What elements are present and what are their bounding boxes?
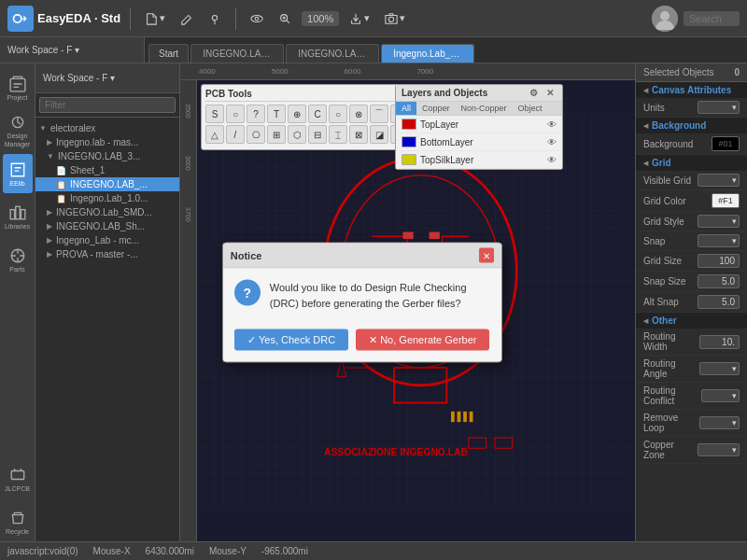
- user-avatar[interactable]: [652, 6, 678, 32]
- svg-rect-20: [402, 232, 413, 240]
- sidebar-item-parts[interactable]: Parts: [3, 240, 33, 279]
- routing-conflict-dropdown[interactable]: ▾: [701, 389, 740, 402]
- copper-zone-dropdown[interactable]: ▾: [698, 443, 740, 456]
- tab-start[interactable]: Start: [148, 44, 189, 63]
- snap-size-value[interactable]: 5.0: [698, 274, 740, 288]
- layer-tab-noncopper[interactable]: Non-Copper: [456, 102, 513, 115]
- routing-conflict-arrow: ▾: [732, 391, 737, 400]
- remove-loop-dropdown[interactable]: ▾: [699, 416, 740, 429]
- project-tree: ▼ electoralex ▶ Ingegno.lab - mas... ▼ I…: [35, 118, 179, 541]
- top-toolbar: EasyEDA · Std ▾ 100% ▾ ▾: [0, 0, 747, 37]
- sidebar-item-design[interactable]: Design Manager: [3, 111, 33, 150]
- tree-item-ingegno-sh[interactable]: ▶ INGEGNO.LAB_Sh...: [35, 219, 179, 233]
- pcb-tool-circle[interactable]: ○: [226, 105, 245, 123]
- layer-tab-copper[interactable]: Copper: [416, 102, 456, 115]
- layer-item-topsilk[interactable]: TopSilkLayer 👁: [396, 151, 562, 169]
- layer-eye-bottomlayer[interactable]: 👁: [547, 137, 557, 147]
- canvas-area[interactable]: 4000 5000 6000 7000 3500 3600 3700: [180, 63, 635, 541]
- layer-tab-object[interactable]: Object: [513, 102, 548, 115]
- routing-angle-dropdown[interactable]: ▾: [699, 362, 740, 375]
- notice-close-button[interactable]: ✕: [479, 248, 494, 263]
- canvas-attributes-title: Canvas Attributes: [652, 85, 731, 95]
- visible-grid-label: Visible Grid: [643, 175, 691, 186]
- selected-objects-header: Selected Objects 0: [636, 63, 747, 82]
- svg-point-1: [212, 15, 217, 20]
- pcb-tool-17[interactable]: ⊟: [308, 125, 327, 144]
- tree-item-electoralex[interactable]: ▼ electoralex: [35, 121, 179, 135]
- sidebar-label-recycle: Recycle: [6, 528, 29, 535]
- layer-eye-toplayer[interactable]: 👁: [547, 119, 557, 130]
- layers-panel-header: Layers and Objects ⚙ ✕: [396, 85, 562, 102]
- sidebar-item-libraries[interactable]: Libraries: [3, 197, 33, 236]
- tree-item-ingegno-smd[interactable]: ▶ INGEGNO.Lab_SMD...: [35, 205, 179, 219]
- svg-rect-12: [21, 209, 25, 218]
- pcb-tool-select[interactable]: S: [205, 105, 224, 123]
- camera-button[interactable]: ▾: [380, 9, 410, 28]
- pcb-tool-arc[interactable]: C: [308, 105, 327, 123]
- grid-arrow: ◂: [643, 158, 648, 168]
- search-input[interactable]: [684, 11, 740, 26]
- sidebar-item-eelib[interactable]: EElib: [3, 154, 33, 193]
- pcb-tool-18[interactable]: ⌶: [329, 125, 347, 144]
- file-button[interactable]: ▾: [140, 9, 170, 28]
- pcb-tool-15[interactable]: ⊞: [267, 125, 286, 144]
- view-button[interactable]: [246, 9, 268, 28]
- layers-close-btn[interactable]: ✕: [543, 88, 557, 98]
- ruler-v-mark-2: 3600: [185, 156, 191, 171]
- tree-item-ingegno-mc[interactable]: ▶ Ingegno_Lab - mc...: [35, 233, 179, 247]
- no-generate-gerber-button[interactable]: ✕ No, Generate Gerber: [356, 329, 489, 351]
- routing-angle-row: Routing Angle ▾: [636, 356, 747, 383]
- tree-item-ingegno-lab-10[interactable]: 📋 Ingegno.Lab_1.0...: [35, 191, 179, 205]
- place-button[interactable]: [204, 9, 226, 28]
- tree-item-ingegno-lab-3[interactable]: ▼ INGEGNO.LAB_3...: [35, 149, 179, 163]
- tab-1[interactable]: INGEGNO.LAB_3...: [190, 44, 284, 63]
- filter-input[interactable]: [39, 97, 176, 113]
- tab-2[interactable]: INGEGNO.LAB_3...: [286, 44, 379, 63]
- pcb-tool-8[interactable]: ⊗: [349, 105, 368, 123]
- yes-check-drc-button[interactable]: ✓ Yes, Check DRC: [234, 329, 348, 351]
- remove-loop-arrow: ▾: [732, 418, 737, 427]
- tree-item-ingegno-mas[interactable]: ▶ Ingegno.lab - mas...: [35, 135, 179, 149]
- pcb-tool-line[interactable]: /: [226, 125, 245, 144]
- tree-item-ingegno-lab-sel[interactable]: 📋 INGEGNO.LAB_...: [35, 177, 179, 191]
- routing-width-value[interactable]: 10.: [699, 335, 740, 349]
- pcb-tool-text[interactable]: T: [267, 105, 286, 123]
- pcb-tool-16[interactable]: ⬡: [288, 125, 306, 144]
- snap-dropdown[interactable]: ▾: [698, 234, 740, 247]
- background-section: ◂ Background: [636, 118, 747, 133]
- workspace-selector[interactable]: Work Space - F ▾: [0, 37, 145, 63]
- pcb-tool-3[interactable]: ?: [247, 105, 265, 123]
- layer-item-bottomlayer[interactable]: BottomLayer 👁: [396, 133, 562, 151]
- pcb-tool-14[interactable]: ⎔: [247, 125, 265, 144]
- visible-grid-dropdown[interactable]: ▾: [698, 174, 740, 187]
- pcb-tool-7[interactable]: ○: [329, 105, 347, 123]
- sidebar-item-recycle[interactable]: Recycle: [3, 502, 33, 541]
- layer-item-toplayer[interactable]: TopLayer 👁: [396, 116, 562, 133]
- grid-style-dropdown[interactable]: ▾: [698, 215, 740, 228]
- units-dropdown[interactable]: ▾: [698, 101, 740, 114]
- pcb-tool-19[interactable]: ⊠: [349, 125, 368, 144]
- tree-item-prova-master[interactable]: ▶ PROVA - master -...: [35, 247, 179, 261]
- grid-color-swatch[interactable]: #F1: [712, 193, 740, 208]
- tree-item-sheet1[interactable]: 📄 Sheet_1: [35, 163, 179, 177]
- tree-expand-ingegno-smd: ▶: [47, 208, 52, 217]
- layer-eye-topsilk[interactable]: 👁: [547, 155, 557, 165]
- grid-size-value[interactable]: 100: [698, 254, 740, 268]
- background-color-swatch[interactable]: #01: [712, 136, 740, 151]
- alt-snap-value[interactable]: 5.0: [698, 295, 740, 309]
- zoom-level[interactable]: 100%: [302, 11, 339, 26]
- tab-3[interactable]: Ingegno.Lab_1.0: [381, 44, 474, 63]
- sidebar-item-jlcpcb[interactable]: JLCPCB: [3, 459, 33, 498]
- project-header[interactable]: Work Space - F ▾: [35, 63, 179, 93]
- pcb-tool-20[interactable]: ◪: [370, 125, 388, 144]
- grid-color-label: Grid Color: [643, 196, 686, 206]
- pcb-tool-5[interactable]: ⊕: [288, 105, 306, 123]
- layers-settings-btn[interactable]: ⚙: [527, 88, 541, 98]
- export-button[interactable]: ▾: [345, 9, 374, 28]
- pcb-tool-9[interactable]: ⌒: [370, 105, 388, 123]
- sidebar-item-project[interactable]: Project: [3, 68, 33, 107]
- layer-tab-all[interactable]: All: [396, 102, 416, 115]
- pcb-tool-tri[interactable]: △: [205, 125, 224, 144]
- edit-button[interactable]: [176, 9, 198, 28]
- zoom-in-button[interactable]: [274, 9, 296, 28]
